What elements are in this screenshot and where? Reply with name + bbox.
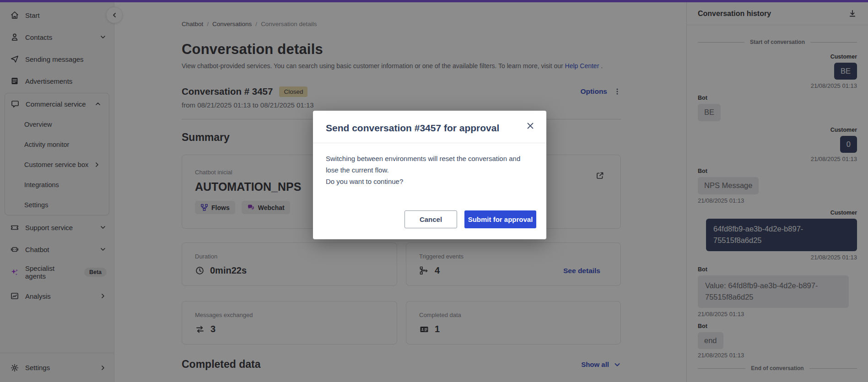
submit-for-approval-button[interactable]: Submit for approval [464, 210, 536, 228]
close-icon[interactable] [526, 122, 534, 130]
send-for-approval-modal: Send conversation #3457 for approval Swi… [313, 111, 546, 239]
modal-body: Switching between environments will rese… [313, 143, 546, 210]
modal-body-line1: Switching between environments will rese… [326, 153, 534, 176]
modal-body-line2: Do you want to continue? [326, 176, 534, 188]
modal-title: Send conversation #3457 for approval [326, 123, 534, 134]
cancel-button[interactable]: Cancel [404, 210, 457, 228]
